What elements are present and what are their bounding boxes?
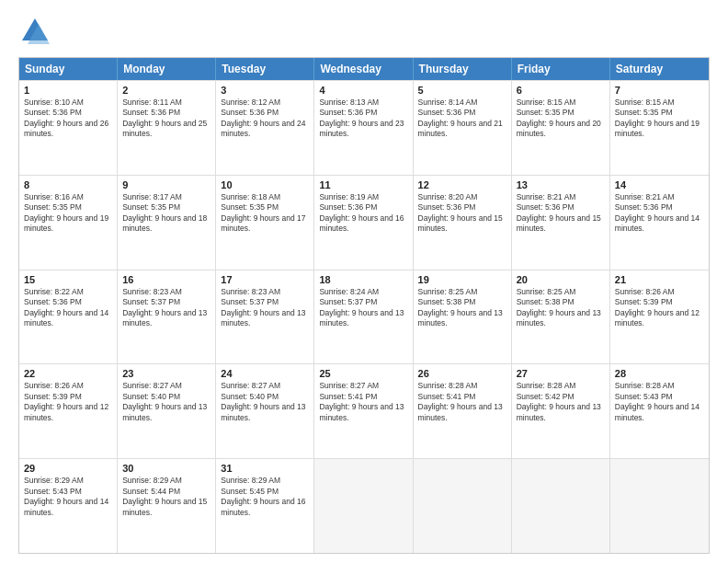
calendar-header-cell: Saturday: [610, 58, 709, 80]
day-number: 26: [418, 368, 506, 379]
cell-info: Sunrise: 8:15 AMSunset: 5:35 PMDaylight:…: [615, 98, 704, 140]
calendar-cell: 20Sunrise: 8:25 AMSunset: 5:38 PMDayligh…: [512, 270, 610, 364]
cell-info: Sunrise: 8:24 AMSunset: 5:37 PMDaylight:…: [319, 287, 407, 329]
calendar-cell: 5Sunrise: 8:14 AMSunset: 5:36 PMDaylight…: [414, 81, 512, 175]
cell-info: Sunrise: 8:27 AMSunset: 5:40 PMDaylight:…: [122, 381, 210, 423]
calendar-cell: 26Sunrise: 8:28 AMSunset: 5:41 PMDayligh…: [414, 364, 512, 458]
cell-info: Sunrise: 8:13 AMSunset: 5:36 PMDaylight:…: [319, 98, 407, 140]
cell-info: Sunrise: 8:29 AMSunset: 5:45 PMDaylight:…: [221, 476, 309, 518]
calendar-cell: 22Sunrise: 8:26 AMSunset: 5:39 PMDayligh…: [19, 364, 118, 458]
calendar-cell: 15Sunrise: 8:22 AMSunset: 5:36 PMDayligh…: [19, 270, 118, 364]
calendar-header: SundayMondayTuesdayWednesdayThursdayFrid…: [19, 58, 709, 80]
calendar-body: 1Sunrise: 8:10 AMSunset: 5:36 PMDaylight…: [19, 80, 709, 553]
calendar-row: 8Sunrise: 8:16 AMSunset: 5:35 PMDaylight…: [19, 175, 709, 270]
cell-info: Sunrise: 8:20 AMSunset: 5:36 PMDaylight:…: [418, 192, 506, 235]
day-number: 24: [221, 368, 309, 379]
cell-info: Sunrise: 8:25 AMSunset: 5:38 PMDaylight:…: [517, 287, 605, 329]
day-number: 14: [615, 179, 704, 190]
cell-info: Sunrise: 8:27 AMSunset: 5:40 PMDaylight:…: [221, 381, 309, 423]
calendar-cell: 25Sunrise: 8:27 AMSunset: 5:41 PMDayligh…: [314, 364, 413, 458]
calendar-cell: 3Sunrise: 8:12 AMSunset: 5:36 PMDaylight…: [216, 81, 314, 175]
calendar-header-cell: Monday: [118, 58, 216, 80]
calendar-cell: [414, 459, 512, 553]
calendar-cell: 27Sunrise: 8:28 AMSunset: 5:42 PMDayligh…: [512, 364, 610, 458]
day-number: 27: [517, 368, 605, 379]
calendar-cell: 30Sunrise: 8:29 AMSunset: 5:44 PMDayligh…: [118, 459, 216, 553]
day-number: 16: [122, 274, 210, 285]
day-number: 29: [24, 463, 112, 474]
cell-info: Sunrise: 8:15 AMSunset: 5:35 PMDaylight:…: [517, 98, 605, 140]
calendar-cell: 29Sunrise: 8:29 AMSunset: 5:43 PMDayligh…: [19, 459, 118, 553]
calendar-header-cell: Sunday: [19, 58, 118, 80]
calendar-cell: 2Sunrise: 8:11 AMSunset: 5:36 PMDaylight…: [118, 81, 216, 175]
day-number: 25: [319, 368, 407, 379]
calendar-cell: [314, 459, 413, 553]
calendar-header-cell: Tuesday: [216, 58, 314, 80]
day-number: 3: [221, 85, 309, 96]
calendar-cell: 13Sunrise: 8:21 AMSunset: 5:36 PMDayligh…: [512, 176, 610, 270]
cell-info: Sunrise: 8:23 AMSunset: 5:37 PMDaylight:…: [122, 287, 210, 329]
calendar-cell: 14Sunrise: 8:21 AMSunset: 5:36 PMDayligh…: [610, 176, 709, 270]
logo: [18, 15, 55, 48]
calendar-row: 15Sunrise: 8:22 AMSunset: 5:36 PMDayligh…: [19, 270, 709, 364]
cell-info: Sunrise: 8:27 AMSunset: 5:41 PMDaylight:…: [319, 381, 407, 423]
day-number: 9: [122, 179, 210, 190]
day-number: 1: [24, 85, 112, 96]
calendar-cell: 9Sunrise: 8:17 AMSunset: 5:35 PMDaylight…: [118, 176, 216, 270]
calendar-cell: 24Sunrise: 8:27 AMSunset: 5:40 PMDayligh…: [216, 364, 314, 458]
cell-info: Sunrise: 8:11 AMSunset: 5:36 PMDaylight:…: [122, 98, 210, 140]
calendar-cell: 16Sunrise: 8:23 AMSunset: 5:37 PMDayligh…: [118, 270, 216, 364]
cell-info: Sunrise: 8:19 AMSunset: 5:36 PMDaylight:…: [319, 192, 407, 235]
day-number: 18: [319, 274, 407, 285]
cell-info: Sunrise: 8:28 AMSunset: 5:42 PMDaylight:…: [517, 381, 605, 423]
day-number: 17: [221, 274, 309, 285]
cell-info: Sunrise: 8:16 AMSunset: 5:35 PMDaylight:…: [24, 192, 112, 235]
cell-info: Sunrise: 8:21 AMSunset: 5:36 PMDaylight:…: [517, 192, 605, 235]
cell-info: Sunrise: 8:29 AMSunset: 5:44 PMDaylight:…: [122, 476, 210, 518]
cell-info: Sunrise: 8:28 AMSunset: 5:43 PMDaylight:…: [615, 381, 704, 423]
calendar-cell: 7Sunrise: 8:15 AMSunset: 5:35 PMDaylight…: [610, 81, 709, 175]
cell-info: Sunrise: 8:10 AMSunset: 5:36 PMDaylight:…: [24, 98, 112, 140]
header: [18, 15, 710, 48]
cell-info: Sunrise: 8:25 AMSunset: 5:38 PMDaylight:…: [418, 287, 506, 329]
day-number: 21: [615, 274, 704, 285]
day-number: 30: [122, 463, 210, 474]
calendar-cell: 23Sunrise: 8:27 AMSunset: 5:40 PMDayligh…: [118, 364, 216, 458]
day-number: 15: [24, 274, 112, 285]
day-number: 13: [517, 179, 605, 190]
calendar-cell: [610, 459, 709, 553]
cell-info: Sunrise: 8:17 AMSunset: 5:35 PMDaylight:…: [122, 192, 210, 235]
day-number: 12: [418, 179, 506, 190]
calendar-header-cell: Thursday: [414, 58, 512, 80]
calendar-header-cell: Friday: [512, 58, 610, 80]
cell-info: Sunrise: 8:23 AMSunset: 5:37 PMDaylight:…: [221, 287, 309, 329]
cell-info: Sunrise: 8:28 AMSunset: 5:41 PMDaylight:…: [418, 381, 506, 423]
calendar-cell: 28Sunrise: 8:28 AMSunset: 5:43 PMDayligh…: [610, 364, 709, 458]
day-number: 11: [319, 179, 407, 190]
day-number: 31: [221, 463, 309, 474]
day-number: 28: [615, 368, 704, 379]
day-number: 19: [418, 274, 506, 285]
cell-info: Sunrise: 8:14 AMSunset: 5:36 PMDaylight:…: [418, 98, 506, 140]
calendar: SundayMondayTuesdayWednesdayThursdayFrid…: [18, 57, 710, 554]
calendar-cell: 11Sunrise: 8:19 AMSunset: 5:36 PMDayligh…: [314, 176, 413, 270]
page: SundayMondayTuesdayWednesdayThursdayFrid…: [0, 0, 728, 563]
cell-info: Sunrise: 8:22 AMSunset: 5:36 PMDaylight:…: [24, 287, 112, 329]
day-number: 6: [517, 85, 605, 96]
cell-info: Sunrise: 8:26 AMSunset: 5:39 PMDaylight:…: [24, 381, 112, 423]
calendar-cell: [512, 459, 610, 553]
calendar-cell: 1Sunrise: 8:10 AMSunset: 5:36 PMDaylight…: [19, 81, 118, 175]
day-number: 2: [122, 85, 210, 96]
calendar-row: 29Sunrise: 8:29 AMSunset: 5:43 PMDayligh…: [19, 458, 709, 553]
day-number: 8: [24, 179, 112, 190]
cell-info: Sunrise: 8:12 AMSunset: 5:36 PMDaylight:…: [221, 98, 309, 140]
logo-icon: [18, 15, 51, 48]
calendar-cell: 10Sunrise: 8:18 AMSunset: 5:35 PMDayligh…: [216, 176, 314, 270]
calendar-cell: 6Sunrise: 8:15 AMSunset: 5:35 PMDaylight…: [512, 81, 610, 175]
calendar-cell: 17Sunrise: 8:23 AMSunset: 5:37 PMDayligh…: [216, 270, 314, 364]
calendar-cell: 18Sunrise: 8:24 AMSunset: 5:37 PMDayligh…: [314, 270, 413, 364]
calendar-cell: 12Sunrise: 8:20 AMSunset: 5:36 PMDayligh…: [414, 176, 512, 270]
calendar-row: 1Sunrise: 8:10 AMSunset: 5:36 PMDaylight…: [19, 80, 709, 175]
calendar-cell: 4Sunrise: 8:13 AMSunset: 5:36 PMDaylight…: [314, 81, 413, 175]
day-number: 4: [319, 85, 407, 96]
